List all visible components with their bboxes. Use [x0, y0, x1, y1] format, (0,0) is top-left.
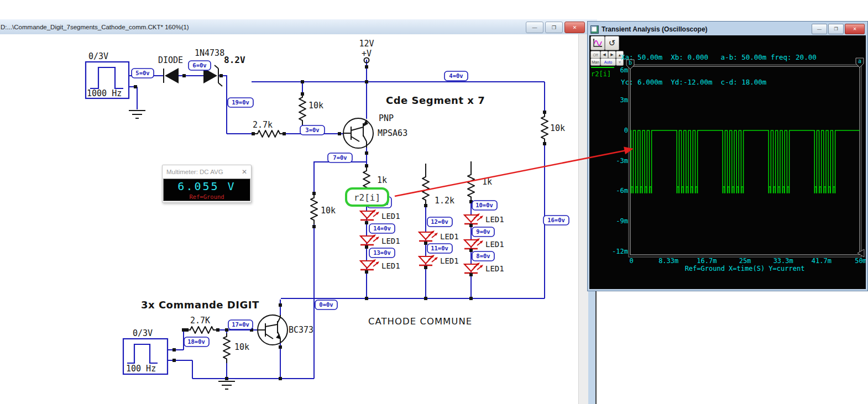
manual-scale-button[interactable]: Man [590, 58, 600, 66]
svg-text:1.2k: 1.2k [435, 196, 454, 206]
resistor-10k-left[interactable]: 10k [311, 195, 336, 224]
close-icon: ✕ [853, 27, 857, 32]
rescale-button[interactable]: ↺ [605, 36, 619, 50]
source2-freq: 100 Hz [126, 364, 156, 374]
scope-close-button[interactable]: ✕ [845, 24, 865, 34]
scope-title: Transient Analysis (Oscilloscope) [602, 25, 708, 33]
restore-button[interactable]: ❐ [545, 22, 563, 33]
scope-trace [630, 130, 860, 193]
node-label-3[interactable]: 3=0v [300, 125, 325, 135]
svg-text:LED1: LED1 [485, 240, 504, 249]
node-label-14[interactable]: 14=0v [369, 224, 395, 233]
node-label-7[interactable]: 7=0v [328, 153, 352, 162]
scope-titlebar[interactable]: Transient Analysis (Oscilloscope) — ❐ ✕ [589, 23, 866, 35]
y-tick-6m: 6m [620, 66, 628, 74]
node-label-19[interactable]: 19=0v [228, 98, 253, 107]
pulse-source-100hz[interactable]: 0/3V 100 Hz [123, 328, 168, 374]
minimize-button[interactable]: — [526, 22, 543, 33]
off-button[interactable]: Off [590, 51, 600, 59]
supply-12v[interactable]: 12V +V [359, 39, 374, 63]
svg-text:0=0v: 0=0v [319, 301, 333, 308]
close-icon: ✕ [573, 25, 577, 30]
diode-d1[interactable]: DIODE [158, 55, 183, 83]
x-tick-417m: 41.7m [812, 257, 832, 265]
source2-level: 0/3V [133, 328, 153, 338]
svg-text:LED1: LED1 [440, 232, 459, 241]
svg-text:10=0v: 10=0v [475, 202, 493, 208]
resistor-1.2k-col2[interactable]: 1.2k [422, 164, 454, 206]
x-tick-333m: 33.3m [773, 257, 793, 265]
scope-window-icon [590, 25, 599, 34]
node-label-13[interactable]: 13=0v [369, 248, 395, 258]
x-tick-833m: 8.33m [658, 257, 678, 265]
svg-text:1k: 1k [377, 175, 387, 185]
wires[interactable] [129, 60, 545, 379]
svg-text:17=0v: 17=0v [232, 321, 249, 328]
svg-text:LED1: LED1 [381, 261, 400, 270]
node-label-0[interactable]: 0=0v [315, 300, 337, 309]
svg-text:12=0v: 12=0v [431, 218, 448, 225]
y-tick-3m: 3m [620, 96, 628, 104]
svg-text:b: b [629, 60, 632, 66]
y-tick-n6m: -6m [616, 187, 628, 195]
transistor-pnp-mpsa63[interactable]: PNP MPSA63 [343, 113, 407, 148]
close-button[interactable]: ✕ [564, 22, 585, 33]
schematic-canvas[interactable]: 0/3V 1000 Hz 0/3V 100 Hz 12V +V [0, 34, 578, 404]
cursor-a-axis-marker[interactable] [857, 249, 864, 257]
minimize-icon: — [532, 25, 537, 30]
x-tick-50m: 50m [855, 257, 866, 265]
node-label-10[interactable]: 10=0v [472, 201, 497, 210]
pulse-source-1000hz[interactable]: 0/3V 1000 Hz [86, 51, 129, 98]
multimeter-window[interactable]: Multimeter: DC AVG ✕ 6.055 V Ref=Ground [162, 165, 252, 203]
svg-text:3=0v: 3=0v [305, 127, 319, 133]
circuit-window-title: D:...\Commande_Digit_7segments_Cathode_c… [0, 24, 189, 30]
current-probe-r2[interactable]: r2[i] [346, 188, 388, 206]
diode-label: DIODE [158, 55, 183, 65]
svg-text:10k: 10k [321, 206, 336, 216]
node-label-9[interactable]: 9=0v [472, 227, 494, 237]
waveform-plot-button[interactable] [590, 36, 605, 50]
svg-text:4=0v: 4=0v [449, 72, 463, 79]
svg-text:7=0v: 7=0v [333, 154, 347, 161]
node-label-12[interactable]: 12=0v [427, 217, 452, 227]
x-tick-167m: 16.7m [697, 257, 717, 265]
x-tick-25m: 25m [739, 257, 751, 265]
node-label-17[interactable]: 17=0v [228, 320, 253, 329]
zener-part: 1N4738 [195, 48, 224, 58]
resistor-2.7k-bottom[interactable]: 2.7K [187, 316, 218, 333]
multimeter-display: 6.055 V Ref=Ground [163, 179, 250, 201]
resistor-2.7k-top[interactable]: 2.7k [253, 120, 284, 137]
y-tick-n9m: -9m [616, 217, 628, 225]
svg-text:8=0v: 8=0v [476, 253, 490, 259]
scope-minimize-button[interactable]: — [812, 24, 827, 34]
ground-symbol-bottom[interactable] [218, 381, 235, 389]
resistor-10k-right[interactable]: 10k [541, 113, 565, 143]
resistor-10k-top[interactable]: 10k [299, 94, 323, 125]
led-column-3[interactable]: LED1 LED1 LED1 [464, 213, 504, 273]
svg-text:LED1: LED1 [381, 237, 400, 245]
svg-text:6=0v: 6=0v [192, 62, 206, 69]
zener-voltage: 8.2V [224, 55, 245, 65]
minimize-icon: — [817, 27, 822, 32]
node-label-5[interactable]: 5=0v [132, 69, 154, 78]
heading-cathode: CATHODE COMMUNE [368, 316, 472, 327]
scope-restore-button[interactable]: ❐ [828, 24, 844, 34]
resistor-10k-bottom[interactable]: 10k [223, 333, 249, 363]
svg-text:LED1: LED1 [485, 264, 504, 273]
multimeter-titlebar[interactable]: Multimeter: DC AVG ✕ [163, 165, 251, 179]
node-label-4[interactable]: 4=0v [445, 71, 468, 81]
node-label-18[interactable]: 18=0v [184, 337, 209, 347]
node-label-6[interactable]: 6=0v [189, 61, 211, 70]
node-label-16[interactable]: 16=0v [543, 216, 569, 225]
transistor-npn-bc373[interactable]: BC373 [258, 315, 313, 345]
circuit-window-titlebar[interactable]: D:...\Commande_Digit_7segments_Cathode_c… [0, 19, 597, 35]
resistor-1k-col3[interactable]: 1k [468, 161, 492, 201]
multimeter-value: 6.055 V [177, 180, 236, 193]
ground-symbol-top[interactable] [129, 111, 145, 118]
cursor-a-flag[interactable]: a [856, 58, 864, 67]
svg-text:13=0v: 13=0v [373, 249, 391, 256]
node-label-11[interactable]: 11=0v [427, 244, 452, 253]
node-label-8[interactable]: 8=0v [472, 251, 494, 261]
svg-text:2.7k: 2.7k [253, 120, 273, 130]
multimeter-close-icon[interactable]: ✕ [242, 168, 247, 176]
